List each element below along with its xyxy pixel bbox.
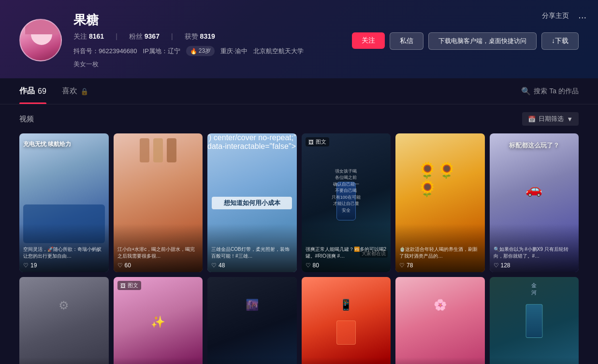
fans-label: 粉丝 xyxy=(129,32,143,41)
heart-icon: ♡ xyxy=(211,262,217,269)
card6-likes: ♡ 128 xyxy=(494,262,510,269)
card6-overlay-text: 标配都这么玩了？ xyxy=(494,141,574,150)
search-icon: 🔍 xyxy=(521,87,531,96)
image-text-icon-2: 🖼 xyxy=(120,283,126,289)
card2-desc: 江小白+水溶c，喝之前小甜水，喝完之后我需要很多很… xyxy=(117,246,199,260)
video-card-6[interactable]: 标配都这么玩了？ 🚗 🔍如果你以为 #小鹏X9 只有后轮转向，那你就错了。#… … xyxy=(490,133,579,272)
profile-header: 果糖 关注 8161 | 粉丝 9367 | 获赞 8319 抖音号：96223… xyxy=(0,0,598,78)
profile-meta: 抖音号：96223946680 IP属地：辽宁 🔥 23岁 重庆·渝中 北京航空… xyxy=(73,46,340,56)
likes-count: 8319 xyxy=(200,32,215,41)
follow-count: 8161 xyxy=(89,32,104,41)
video-card-5[interactable]: 🌻🌻🌻 🍵这款适合年轻人喝的养生酒，刷新了我对酒类产品的… ♡ 78 xyxy=(395,133,485,272)
profile-description: 美女一枚 xyxy=(73,60,340,69)
calendar-icon: 📅 xyxy=(528,116,536,123)
profile-actions: 关注 私信 下载电脑客户端，桌面快捷访问 ↓下载 xyxy=(352,30,579,50)
card3-overlay: 想知道如何用小成本 xyxy=(212,197,292,209)
ip-location: IP属地：辽宁 xyxy=(143,47,180,56)
video-card-11[interactable]: 🌸 xyxy=(395,277,485,364)
card6-desc: 🔍如果你以为 #小鹏X9 只有后轮转向，那你就错了。#… xyxy=(494,246,575,260)
profile-info: 果糖 关注 8161 | 粉丝 9367 | 获赞 8319 抖音号：96223… xyxy=(73,12,340,69)
avatar xyxy=(19,19,62,61)
likes-label: 获赞 xyxy=(185,32,198,41)
video-card-12[interactable]: 金河 xyxy=(490,277,579,364)
location-tag: 重庆·渝中 xyxy=(220,47,248,56)
lock-icon: 🔒 xyxy=(80,87,88,95)
chevron-down-icon: ▼ xyxy=(567,116,573,123)
card1-likes: ♡ 19 xyxy=(23,262,37,269)
follow-label: 关注 xyxy=(73,32,87,41)
section-header: 视频 📅 日期筛选 ▼ xyxy=(19,112,579,126)
card3-desc: 三雄金品COB灯带，柔光照射，装饰百般可能！#三雄… xyxy=(211,246,293,260)
video-card-7[interactable]: ⚙ xyxy=(19,277,109,364)
card3-likes: ♡ 48 xyxy=(211,262,225,269)
tab-likes[interactable]: 喜欢 🔒 xyxy=(62,78,88,104)
date-filter-button[interactable]: 📅 日期筛选 ▼ xyxy=(522,112,579,126)
fans-count: 9367 xyxy=(145,32,160,41)
share-button[interactable]: 分享主页 xyxy=(542,12,569,20)
image-text-icon: 🖼 xyxy=(308,139,314,145)
card4-desc: 强爽正常人能喝几罐？🆚多的可以喝2罐。#RIO强爽 #… xyxy=(306,246,387,260)
card5-desc: 🍵这款适合年轻人喝的养生酒，刷新了我对酒类产品的… xyxy=(399,246,481,260)
card4-top-label: 🖼 图文 xyxy=(306,137,329,146)
video-card-8[interactable]: 🖼 图文 ✨ xyxy=(114,277,203,364)
card4-center-text: 强女孩子喝各位喝之前确认自己能一不要自己喝只有100在可能才能让自己量安全 xyxy=(319,168,373,214)
profile-name: 果糖 xyxy=(73,12,340,29)
age-tag: 🔥 23岁 xyxy=(186,46,215,56)
download-button[interactable]: ↓下载 xyxy=(541,32,579,50)
follow-stat: 关注 8161 xyxy=(73,32,104,41)
heart-icon: ♡ xyxy=(23,262,29,269)
card1-overlay-top: 充电无忧 续航给力 xyxy=(23,140,71,148)
video-grid: 充电无忧 续航给力 空间灵活，🚀随心所欲：奇瑞小蚂蚁让您的出行更加自由… ♡ 1… xyxy=(19,133,579,364)
content-area: 视频 📅 日期筛选 ▼ 充电无忧 续航给力 空间灵活，🚀随心所欲：奇瑞小蚂蚁让您… xyxy=(0,104,598,364)
more-button[interactable]: ··· xyxy=(578,12,586,23)
card2-likes: ♡ 60 xyxy=(117,262,131,269)
message-button[interactable]: 私信 xyxy=(390,32,423,50)
video-card-1[interactable]: 充电无忧 续航给力 空间灵活，🚀随心所欲：奇瑞小蚂蚁让您的出行更加自由… ♡ 1… xyxy=(19,133,109,272)
download-client-button[interactable]: 下载电脑客户端，桌面快捷访问 xyxy=(428,32,537,50)
tabs-bar: 作品 69 喜欢 🔒 🔍 搜索 Ta 的作品 xyxy=(0,78,598,104)
heart-icon: ♡ xyxy=(399,262,405,269)
fans-stat: 粉丝 9367 xyxy=(129,32,160,41)
card8-top-label: 🖼 图文 xyxy=(117,281,141,290)
douyin-id: 抖音号：96223946680 xyxy=(73,47,137,56)
follow-button[interactable]: 关注 xyxy=(352,32,385,49)
tab-works[interactable]: 作品 69 xyxy=(19,78,46,104)
search-works[interactable]: 🔍 搜索 Ta 的作品 xyxy=(521,87,579,96)
video-card-10[interactable]: 📱 xyxy=(302,277,391,364)
profile-stats: 关注 8161 | 粉丝 9367 | 获赞 8319 xyxy=(73,32,340,41)
heart-icon: ♡ xyxy=(306,262,311,269)
card5-likes: ♡ 78 xyxy=(399,262,413,269)
likes-stat: 获赞 8319 xyxy=(185,32,215,41)
video-card-9[interactable]: 🌆 xyxy=(207,277,297,364)
video-card-4[interactable]: 🖼 图文 强女孩子喝各位喝之前确认自己能一不要自己喝只有100在可能才能让自己量… xyxy=(302,133,391,272)
card4-likes: ♡ 80 xyxy=(306,262,319,269)
card1-desc: 空间灵活，🚀随心所欲：奇瑞小蚂蚁让您的出行更加自由… xyxy=(23,246,105,260)
video-card-2[interactable]: 江小白+水溶c，喝之前小甜水，喝完之后我需要很多很… ♡ 60 xyxy=(114,133,203,272)
video-card-3[interactable]: ') center/cover no-repeat;" data-interac… xyxy=(207,133,297,272)
section-title: 视频 xyxy=(19,115,34,124)
fire-icon: 🔥 xyxy=(190,48,197,55)
heart-icon: ♡ xyxy=(117,262,123,269)
heart-icon: ♡ xyxy=(494,262,499,269)
school-tag: 北京航空航天大学 xyxy=(253,47,304,56)
